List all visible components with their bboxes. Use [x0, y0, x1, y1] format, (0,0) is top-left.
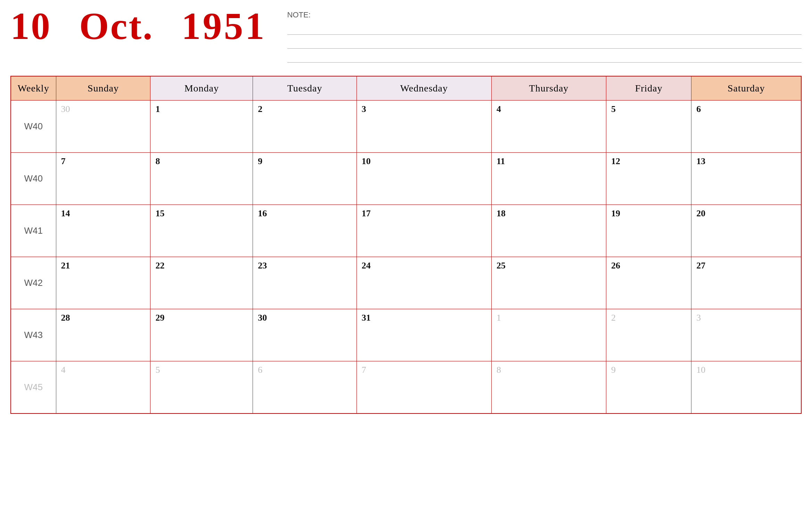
- day-number: 10: [696, 365, 705, 375]
- note-line-2: [287, 38, 802, 49]
- day-number: 1: [497, 313, 501, 323]
- calendar-day-cell[interactable]: 19: [606, 205, 691, 257]
- day-number: 17: [362, 208, 371, 218]
- day-number: 30: [61, 104, 70, 114]
- calendar-day-cell[interactable]: 23: [253, 257, 357, 309]
- calendar-day-cell[interactable]: 18: [491, 205, 606, 257]
- calendar-day-cell[interactable]: 26: [606, 257, 691, 309]
- day-number: 2: [611, 313, 616, 323]
- col-header-monday: Monday: [150, 76, 253, 101]
- calendar-day-cell[interactable]: 28: [56, 309, 150, 361]
- calendar-day-cell[interactable]: 4: [56, 361, 150, 413]
- calendar-day-cell[interactable]: 10: [691, 361, 801, 413]
- day-number: 14: [61, 208, 70, 218]
- day-number: 21: [61, 260, 70, 271]
- day-number: 28: [61, 313, 70, 323]
- calendar-day-cell[interactable]: 14: [56, 205, 150, 257]
- col-header-friday: Friday: [606, 76, 691, 101]
- header-date: 10 Oct. 1951: [10, 7, 266, 45]
- calendar-day-cell[interactable]: 10: [356, 153, 491, 205]
- day-number: 23: [258, 260, 267, 271]
- day-number: 7: [61, 156, 66, 166]
- day-number: 6: [258, 365, 262, 375]
- day-number: 10: [362, 156, 371, 166]
- day-number: 29: [155, 313, 164, 323]
- calendar-day-cell[interactable]: 1: [491, 309, 606, 361]
- day-number: 2: [258, 104, 262, 114]
- calendar-day-cell[interactable]: 4: [491, 101, 606, 153]
- day-number: 9: [611, 365, 616, 375]
- day-number: 13: [696, 156, 705, 166]
- day-number: 5: [155, 365, 160, 375]
- day-number: 8: [155, 156, 160, 166]
- week-label: W43: [11, 309, 56, 361]
- header-note: NOTE:: [266, 7, 802, 65]
- calendar-table: WeeklySundayMondayTuesdayWednesdayThursd…: [10, 76, 802, 414]
- day-number: 24: [362, 260, 371, 271]
- calendar-day-cell[interactable]: 30: [253, 309, 357, 361]
- day-number: 8: [497, 365, 501, 375]
- page-header: 10 Oct. 1951 NOTE:: [10, 7, 802, 65]
- calendar-day-cell[interactable]: 11: [491, 153, 606, 205]
- calendar-day-cell[interactable]: 5: [606, 101, 691, 153]
- calendar-day-cell[interactable]: 1: [150, 101, 253, 153]
- calendar-day-cell[interactable]: 22: [150, 257, 253, 309]
- calendar-day-cell[interactable]: 31: [356, 309, 491, 361]
- calendar-day-cell[interactable]: 3: [691, 309, 801, 361]
- calendar-day-cell[interactable]: 6: [253, 361, 357, 413]
- week-label: W41: [11, 205, 56, 257]
- calendar-day-cell[interactable]: 2: [606, 309, 691, 361]
- day-number: 30: [258, 313, 267, 323]
- day-number: 27: [696, 260, 705, 271]
- day-number: 11: [497, 156, 505, 166]
- day-number: 22: [155, 260, 164, 271]
- calendar-day-cell[interactable]: 12: [606, 153, 691, 205]
- calendar-day-cell[interactable]: 7: [56, 153, 150, 205]
- calendar-day-cell[interactable]: 24: [356, 257, 491, 309]
- day-number: 31: [362, 313, 371, 323]
- note-label: NOTE:: [287, 10, 802, 19]
- calendar-day-cell[interactable]: 7: [356, 361, 491, 413]
- day-number: 20: [696, 208, 705, 218]
- calendar-day-cell[interactable]: 25: [491, 257, 606, 309]
- calendar-day-cell[interactable]: 2: [253, 101, 357, 153]
- calendar-day-cell[interactable]: 3: [356, 101, 491, 153]
- calendar-day-cell[interactable]: 29: [150, 309, 253, 361]
- col-header-wednesday: Wednesday: [356, 76, 491, 101]
- calendar-day-cell[interactable]: 27: [691, 257, 801, 309]
- day-number: 18: [497, 208, 506, 218]
- calendar-day-cell[interactable]: 8: [150, 153, 253, 205]
- day-number: 3: [696, 313, 701, 323]
- calendar-row: W4328293031123: [11, 309, 801, 361]
- calendar-day-cell[interactable]: 20: [691, 205, 801, 257]
- calendar-day-cell[interactable]: 5: [150, 361, 253, 413]
- calendar-day-cell[interactable]: 21: [56, 257, 150, 309]
- calendar-day-cell[interactable]: 9: [253, 153, 357, 205]
- calendar-row: W4221222324252627: [11, 257, 801, 309]
- col-header-thursday: Thursday: [491, 76, 606, 101]
- calendar-row: W4078910111213: [11, 153, 801, 205]
- day-number: 19: [611, 208, 620, 218]
- week-label: W40: [11, 101, 56, 153]
- day-number: 15: [155, 208, 164, 218]
- calendar-day-cell[interactable]: 9: [606, 361, 691, 413]
- day-number: 3: [362, 104, 366, 114]
- header-month: Oct.: [79, 7, 154, 45]
- day-number: 7: [362, 365, 366, 375]
- day-number: 9: [258, 156, 262, 166]
- calendar-day-cell[interactable]: 16: [253, 205, 357, 257]
- col-header-sunday: Sunday: [56, 76, 150, 101]
- note-line-3: [287, 51, 802, 63]
- calendar-row: W4030123456: [11, 101, 801, 153]
- calendar-day-cell[interactable]: 13: [691, 153, 801, 205]
- calendar-day-cell[interactable]: 17: [356, 205, 491, 257]
- calendar-row: W4114151617181920: [11, 205, 801, 257]
- day-number: 1: [155, 104, 160, 114]
- calendar-day-cell[interactable]: 6: [691, 101, 801, 153]
- calendar-day-cell[interactable]: 15: [150, 205, 253, 257]
- calendar-day-cell[interactable]: 8: [491, 361, 606, 413]
- header-day: 10: [10, 7, 51, 45]
- day-number: 16: [258, 208, 267, 218]
- calendar-day-cell[interactable]: 30: [56, 101, 150, 153]
- day-number: 4: [61, 365, 66, 375]
